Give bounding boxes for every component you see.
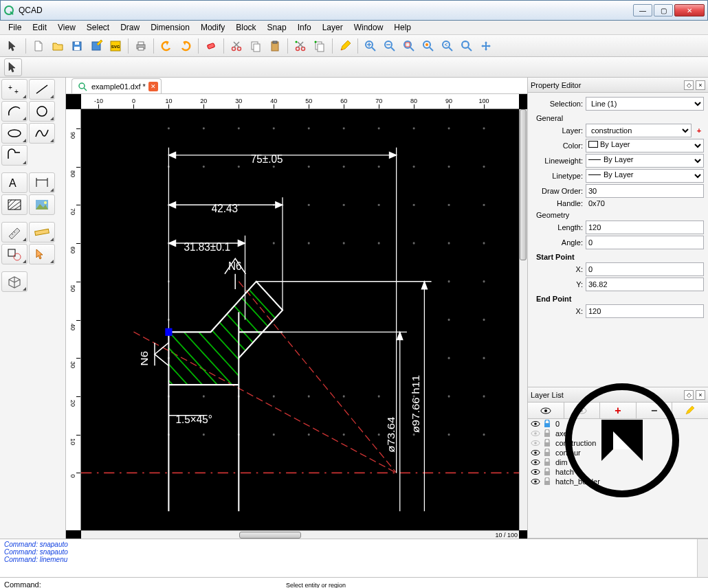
draw-order-field[interactable] (586, 184, 704, 198)
startpoint-x[interactable] (586, 262, 704, 276)
svg-point-154 (534, 432, 537, 435)
command-input[interactable] (44, 580, 704, 589)
layer-panel-undock-icon[interactable]: ◇ (684, 390, 694, 400)
panel-undock-icon[interactable]: ◇ (684, 80, 694, 90)
layer-item[interactable]: dim (528, 457, 708, 467)
pencil-icon[interactable] (336, 37, 354, 55)
menu-block[interactable]: Block (230, 21, 261, 34)
layer-dropdown[interactable]: construction (586, 124, 692, 137)
layer-item[interactable]: contour (528, 448, 708, 457)
cut-ref-icon[interactable] (291, 37, 309, 55)
zoom-out-icon[interactable] (381, 37, 399, 55)
zoom-window-icon[interactable] (458, 37, 476, 55)
length-field[interactable] (586, 220, 704, 234)
copy-ref-icon[interactable] (311, 37, 329, 55)
layer-remove-icon[interactable]: − (637, 403, 673, 418)
pan-icon[interactable] (477, 37, 495, 55)
line-tool[interactable] (29, 79, 55, 100)
undo-icon[interactable] (157, 37, 175, 55)
svg-point-104 (448, 166, 450, 168)
menu-dimension[interactable]: Dimension (145, 21, 195, 34)
angle-field[interactable] (586, 236, 704, 249)
minimize-button[interactable]: — (633, 4, 652, 16)
zoom-extents-icon[interactable] (400, 37, 418, 55)
new-file-icon[interactable] (30, 37, 47, 55)
layer-item[interactable]: hatch (528, 467, 708, 477)
image-tool[interactable] (29, 194, 55, 215)
layer-add-icon[interactable]: + (600, 403, 637, 418)
text-tool[interactable]: A (1, 172, 27, 193)
export-svg-icon[interactable]: SVG (107, 37, 124, 55)
menu-window[interactable]: Window (349, 21, 389, 34)
menu-layer[interactable]: Layer (317, 21, 349, 34)
layer-hide-all-icon[interactable] (564, 403, 601, 418)
layer-show-all-icon[interactable] (528, 403, 564, 418)
circle-tool[interactable] (29, 101, 55, 122)
menu-help[interactable]: Help (388, 21, 417, 34)
redo-icon[interactable] (177, 37, 195, 55)
save-as-icon[interactable] (87, 37, 105, 55)
scrollbar-vertical[interactable] (519, 109, 527, 530)
menu-info[interactable]: Info (292, 21, 317, 34)
menu-view[interactable]: View (52, 21, 81, 34)
print-icon[interactable] (132, 37, 150, 55)
zoom-selection-icon[interactable] (419, 37, 437, 55)
menu-select[interactable]: Select (81, 21, 115, 34)
endpoint-x[interactable] (586, 304, 704, 318)
close-button[interactable]: ✕ (674, 4, 705, 16)
pointer-tool-2[interactable] (4, 58, 22, 76)
menu-snap[interactable]: Snap (262, 21, 292, 34)
hatch-tool[interactable] (1, 194, 27, 215)
zoom-in-icon[interactable] (362, 37, 379, 55)
layer-item[interactable]: axes (528, 429, 708, 438)
command-history: Command: snapauto Command: snapauto Comm… (0, 539, 708, 577)
copy-icon[interactable] (247, 37, 265, 55)
menu-draw[interactable]: Draw (115, 21, 145, 34)
document-tab[interactable]: example01.dxf * ✕ (71, 78, 162, 93)
svg-point-70 (448, 357, 450, 359)
svg-point-147 (544, 409, 547, 412)
ruler-tool[interactable] (29, 222, 55, 242)
select-tool[interactable] (29, 244, 55, 264)
arc-tool[interactable] (1, 101, 27, 122)
color-dropdown[interactable] (586, 139, 704, 152)
layer-edit-icon[interactable] (672, 403, 708, 418)
panel-close-icon[interactable]: × (696, 80, 705, 90)
add-layer-icon[interactable]: + (694, 126, 704, 135)
dimension-tool[interactable] (29, 172, 55, 193)
svg-point-111 (343, 127, 345, 129)
erase-icon[interactable] (202, 37, 220, 55)
svg-rect-167 (544, 471, 550, 475)
selection-dropdown[interactable]: Line (1) (586, 97, 704, 111)
menu-file[interactable]: File (3, 21, 27, 34)
menu-edit[interactable]: Edit (27, 21, 52, 34)
tab-close-icon[interactable]: ✕ (148, 82, 158, 91)
point-tool[interactable]: ++ (1, 79, 27, 100)
layer-list[interactable]: 0axesconstructioncontourdimhatchhatch_bo… (528, 419, 708, 538)
polyline-tool[interactable] (1, 145, 27, 166)
layer-item[interactable]: construction (528, 438, 708, 448)
measure-tool[interactable] (1, 222, 27, 242)
startpoint-y[interactable] (586, 278, 704, 291)
menu-modify[interactable]: Modify (195, 21, 230, 34)
layer-item[interactable]: 0 (528, 419, 708, 429)
paste-icon[interactable] (266, 37, 284, 55)
cut-icon[interactable] (228, 37, 245, 55)
maximize-button[interactable]: ▢ (654, 4, 673, 16)
layer-panel-close-icon[interactable]: × (696, 390, 705, 400)
linetype-dropdown[interactable] (586, 169, 704, 183)
menu-bar: File Edit View Select Draw Dimension Mod… (0, 21, 708, 35)
open-file-icon[interactable] (49, 37, 67, 55)
scrollbar-horizontal[interactable]: 10 / 100 (81, 530, 519, 539)
save-icon[interactable] (68, 37, 86, 55)
spline-tool[interactable] (29, 123, 55, 144)
pointer-tool[interactable] (4, 37, 22, 55)
3d-tool[interactable] (1, 271, 27, 292)
ellipse-tool[interactable] (1, 123, 27, 144)
lineweight-dropdown[interactable] (586, 154, 704, 168)
svg-point-92 (378, 204, 380, 206)
block-tool[interactable] (1, 244, 27, 264)
layer-item[interactable]: hatch_border (528, 477, 708, 486)
zoom-previous-icon[interactable] (439, 37, 456, 55)
canvas[interactable]: 75±.05 42.43 31.83±0.1 ø73.64 ø97.66 h11… (81, 109, 519, 530)
